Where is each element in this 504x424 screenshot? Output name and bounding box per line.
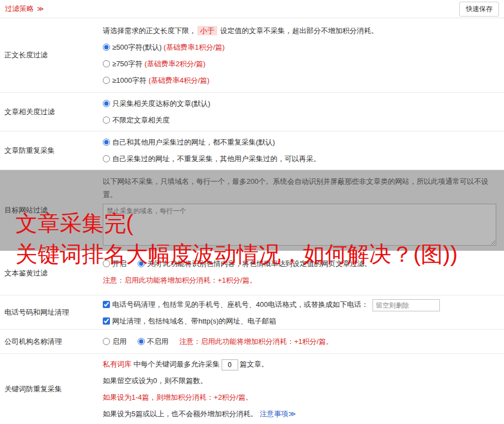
intro-post: 设定值的文章不采集，超出部分不增加积分消耗。: [218, 26, 379, 35]
keyword-dedup-line1: 私有词库 中每个关键词最多允许采集篇文章。: [103, 356, 496, 373]
length-filter-label: 正文长度过滤: [0, 18, 103, 92]
dedup-radio-global[interactable]: [103, 139, 110, 146]
porn-option-off-text: 关闭: [147, 259, 161, 268]
site-filter-description: 以下网站不采集，只填域名，每行一个，最多200个。系统会自动识别并屏蔽那些非文章…: [103, 175, 496, 202]
dedup-filter-label: 文章防重复采集: [0, 131, 103, 169]
row-site-filter: 目标网站过滤 以下网站不采集，只填域名，每行一个，最多200个。系统会自动识别并…: [0, 170, 504, 251]
keyword-line1-mid: 中每个关键词最多允许采集: [132, 360, 220, 368]
url-cleanup-text: 网址清理，包括纯域名、带http(s)的网址、电子邮箱: [112, 317, 276, 325]
length-option-1000[interactable]: ≥1000字符 (基础费率4积分/篇): [103, 72, 496, 89]
relevance-option-any[interactable]: 不限定文章相关度: [103, 112, 496, 129]
notes-link[interactable]: 注意事项≫: [260, 410, 296, 418]
relevance-option-strict[interactable]: 只采集相关度达标的文章(默认): [103, 96, 496, 112]
row-dedup-filter: 文章防重复采集 自己和其他用户采集过的网址，都不重复采集(默认) 自己采集过的网…: [0, 131, 504, 170]
intro-pre: 请选择需求的正文长度下限，: [103, 26, 196, 35]
private-lexicon-link[interactable]: 私有词库: [103, 360, 132, 368]
url-cleanup-line: 网址清理，包括纯域名、带http(s)的网址、电子邮箱: [103, 313, 496, 330]
porn-filter-desc: 此功能将识别色情内容，将色情概率达到设定值的网页文章过滤。: [163, 259, 371, 268]
row-keyword-dedup: 关键词防重复采集 私有词库 中每个关键词最多允许采集篇文章。 如果留空或设为0，…: [0, 354, 504, 424]
phone-cleanup-label: 电话号码和网址清理: [0, 295, 103, 329]
relevance-filter-label: 文章相关度过滤: [0, 93, 103, 131]
filter-strategy-page: 过滤策略 ≫ 快速保存 正文长度过滤 请选择需求的正文长度下限，小于 设定值的文…: [0, 0, 504, 424]
length-option-500[interactable]: ≥500字符(默认) (基础费率1积分/篇): [103, 39, 496, 56]
row-relevance-filter: 文章相关度过滤 只采集相关度达标的文章(默认) 不限定文章相关度: [0, 93, 504, 131]
phone-cleanup-option[interactable]: 电话号码清理，包括常见的手机号、座机号、400电话格式，或替换成如下电话：: [103, 300, 370, 309]
keyword-dedup-line2: 如果留空或设为0，则不限篇数。: [103, 373, 496, 389]
relevance-option-any-text: 不限定文章相关度: [112, 116, 170, 124]
length-radio-500[interactable]: [103, 44, 110, 51]
chevron-collapse-icon: ≫: [37, 5, 44, 13]
dedup-radio-self[interactable]: [103, 155, 110, 162]
url-cleanup-option[interactable]: 网址清理，包括纯域名、带http(s)的网址、电子邮箱: [103, 317, 276, 325]
replacement-phone-input[interactable]: [372, 299, 440, 311]
company-option-on-text: 启用: [112, 337, 127, 346]
porn-option-on[interactable]: 开启: [103, 259, 129, 268]
keyword-line4-text: 如果设为5篇或以上，也不会额外增加积分消耗。: [103, 410, 260, 418]
length-option-750-note: (基础费率2积分/篇): [144, 60, 206, 68]
keyword-dedup-label: 关键词防重复采集: [0, 354, 103, 424]
length-option-500-note: (基础费率1积分/篇): [164, 43, 225, 51]
keyword-line1-post: 篇文章。: [240, 360, 269, 368]
company-radio-off[interactable]: [138, 338, 145, 345]
company-cleanup-note: 注意：启用此功能将增加积分消耗：+1积分/篇。: [179, 337, 333, 346]
row-length-filter: 正文长度过滤 请选择需求的正文长度下限，小于 设定值的文章不采集，超出部分不增加…: [0, 18, 504, 93]
length-option-750[interactable]: ≥750字符 (基础费率2积分/篇): [103, 56, 496, 72]
row-porn-filter: 文本鉴黄过滤 开启 关闭 此功能将识别色情内容，将色情概率达到设定值的网页文章过…: [0, 251, 504, 295]
porn-radio-off[interactable]: [138, 260, 145, 267]
company-option-off[interactable]: 不启用: [138, 337, 171, 346]
porn-option-off[interactable]: 关闭: [138, 259, 164, 268]
quick-save-button[interactable]: 快速保存: [459, 2, 499, 17]
porn-filter-options: 开启 关闭 此功能将识别色情内容，将色情概率达到设定值的网页文章过滤。: [103, 256, 496, 272]
blocked-domains-textarea[interactable]: [103, 204, 496, 246]
length-radio-750[interactable]: [103, 60, 110, 67]
length-option-1000-note: (基础费率4积分/篇): [149, 76, 210, 84]
less-than-highlight: 小于: [197, 26, 217, 35]
topbar: 过滤策略 ≫ 快速保存: [0, 0, 504, 18]
relevance-radio-any[interactable]: [103, 116, 110, 124]
max-articles-input[interactable]: [222, 359, 238, 370]
dedup-option-self-text: 自己采集过的网址，不重复采集，其他用户采集过的，可以再采。: [112, 155, 321, 163]
length-option-1000-text: ≥1000字符: [112, 76, 149, 84]
keyword-dedup-line4: 如果设为5篇或以上，也不会额外增加积分消耗。 注意事项≫: [103, 406, 496, 422]
porn-filter-label: 文本鉴黄过滤: [0, 251, 103, 295]
company-cleanup-label: 公司机构名称清理: [0, 330, 103, 353]
dedup-option-global[interactable]: 自己和其他用户采集过的网址，都不重复采集(默认): [103, 134, 496, 151]
length-radio-1000[interactable]: [103, 77, 110, 84]
page-title[interactable]: 过滤策略 ≫: [5, 4, 44, 14]
length-option-750-text: ≥750字符: [112, 60, 144, 68]
phone-cleanup-text: 电话号码清理，包括常见的手机号、座机号、400电话格式，或替换成如下电话：: [112, 300, 369, 309]
row-phone-cleanup: 电话号码和网址清理 电话号码清理，包括常见的手机号、座机号、400电话格式，或替…: [0, 295, 504, 330]
dedup-option-self[interactable]: 自己采集过的网址，不重复采集，其他用户采集过的，可以再采。: [103, 151, 496, 167]
keyword-dedup-line3: 如果设为1-4篇，则增加积分消耗：+2积分/篇。: [103, 389, 496, 406]
relevance-radio-strict[interactable]: [103, 100, 110, 107]
phone-cleanup-line: 电话号码清理，包括常见的手机号、座机号、400电话格式，或替换成如下电话：: [103, 296, 496, 313]
site-filter-label: 目标网站过滤: [0, 170, 103, 251]
length-filter-intro: 请选择需求的正文长度下限，小于 设定值的文章不采集，超出部分不增加积分消耗。: [103, 23, 496, 39]
company-option-on[interactable]: 启用: [103, 337, 129, 346]
row-company-cleanup: 公司机构名称清理 启用 不启用 注意：启用此功能将增加积分消耗：+1积分/篇。: [0, 330, 504, 354]
url-cleanup-checkbox[interactable]: [103, 317, 110, 325]
company-cleanup-line: 启用 不启用 注意：启用此功能将增加积分消耗：+1积分/篇。: [103, 333, 496, 350]
porn-option-on-text: 开启: [112, 259, 127, 268]
porn-filter-note: 注意：启用此功能将增加积分消耗：+1积分/篇。: [103, 272, 496, 289]
company-option-off-text: 不启用: [147, 337, 169, 346]
relevance-option-strict-text: 只采集相关度达标的文章(默认): [112, 99, 211, 108]
company-radio-on[interactable]: [103, 338, 110, 345]
porn-radio-on[interactable]: [103, 260, 110, 267]
dedup-option-global-text: 自己和其他用户采集过的网址，都不重复采集(默认): [112, 138, 275, 146]
page-title-text: 过滤策略: [5, 4, 34, 13]
phone-cleanup-checkbox[interactable]: [103, 301, 110, 308]
length-option-500-text: ≥500字符(默认): [112, 43, 164, 51]
